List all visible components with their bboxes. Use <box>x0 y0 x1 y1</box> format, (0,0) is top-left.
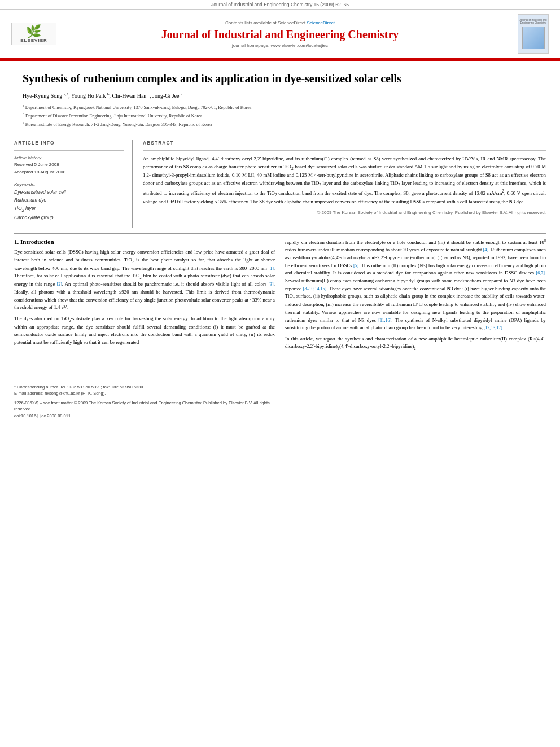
abstract-label: ABSTRACT <box>143 140 546 146</box>
journal-citation: Journal of Industrial and Engineering Ch… <box>211 2 349 7</box>
elsevier-logo-area: 🌿 ELSEVIER <box>11 23 62 45</box>
contents-available-line: Contents lists available at ScienceDirec… <box>62 20 498 25</box>
abstract-divider <box>143 150 546 151</box>
article-info-label: ARTICLE INFO <box>14 140 124 146</box>
author-affiliations: a Department of Chemistry, Kyungpook Nat… <box>23 103 537 128</box>
body-right-col: rapidly via electron donation from the e… <box>285 238 546 419</box>
corresponding-footnote: * Corresponding author. Tel.: +82 53 950… <box>14 384 275 390</box>
elsevier-logo: 🌿 ELSEVIER <box>11 23 56 45</box>
footnote-area-left: * Corresponding author. Tel.: +82 53 950… <box>14 381 275 419</box>
affiliation-c: c Korea Institute of Energy Research, 71… <box>23 120 537 128</box>
history-label: Article history: <box>14 155 124 160</box>
email-footnote: E-mail address: hksong@knu.ac.kr (H.-K. … <box>14 390 275 396</box>
introduction-heading: 1. Introduction <box>14 238 275 245</box>
journal-homepage: journal homepage: www.elsevier.com/locat… <box>62 43 498 48</box>
right-para-1: rapidly via electron donation from the e… <box>285 238 546 332</box>
article-info-col: ARTICLE INFO Article history: Received 5… <box>14 140 133 228</box>
abstract-copyright: © 2009 The Korean Society of Industrial … <box>143 210 546 215</box>
info-divider <box>14 150 124 151</box>
journal-main-title: Journal of Industrial and Engineering Ch… <box>62 28 498 41</box>
article-authors: Hye-Kyung Song a,*, Young Ho Park b, Chi… <box>23 91 537 100</box>
journal-top-bar: Journal of Industrial and Engineering Ch… <box>0 0 560 10</box>
article-title-section: Synthesis of ruthenium complex and its a… <box>0 61 560 134</box>
body-section: 1. Introduction Dye-sensitized solar cel… <box>0 234 560 425</box>
abstract-col: ABSTRACT An amphiphilic bipyridyl ligand… <box>143 140 546 228</box>
issn-footnote: 1226-086X/$ – see front matter © 2009 Th… <box>14 400 275 413</box>
keywords-label: Keywords: <box>14 182 124 187</box>
affiliation-a: a Department of Chemistry, Kyungpook Nat… <box>23 103 537 111</box>
doi-footnote: doi:10.1016/j.jiec.2008.08.011 <box>14 413 275 419</box>
body-left-col: 1. Introduction Dye-sensitized solar cel… <box>14 238 275 419</box>
abstract-text: An amphiphilic bipyridyl ligand, 4,4′-di… <box>143 155 546 206</box>
keywords-list: Dye-sensitized solar cell Ruthenium dye … <box>14 188 124 222</box>
info-abstract-section: ARTICLE INFO Article history: Received 5… <box>0 134 560 233</box>
journal-cover: Journal of Industrial andEngineering Che… <box>518 14 549 54</box>
article-main-title: Synthesis of ruthenium complex and its a… <box>23 71 537 86</box>
journal-title-area: Contents lists available at ScienceDirec… <box>62 20 498 48</box>
science-direct-link[interactable]: ScienceDirect <box>307 20 335 25</box>
affiliation-b: b Department of Disaster Prevention Engi… <box>23 112 537 120</box>
keywords-group: Keywords: Dye-sensitized solar cell Ruth… <box>14 182 124 222</box>
article-history: Article history: Received 5 June 2008 Ac… <box>14 155 124 176</box>
intro-para-1: Dye-sensitized solar cells (DSSC) having… <box>14 248 275 312</box>
right-para-2: In this article, we report the synthesis… <box>285 335 546 352</box>
received-date: Received 5 June 2008 Accepted 18 August … <box>14 161 124 176</box>
intro-para-2: The dyes absorbed on TiO2-substrate play… <box>14 315 275 347</box>
page-header: 🌿 ELSEVIER Contents lists available at S… <box>0 10 560 59</box>
journal-cover-area: Journal of Industrial andEngineering Che… <box>498 14 549 54</box>
contents-text: Contents lists available at ScienceDirec… <box>225 20 305 25</box>
